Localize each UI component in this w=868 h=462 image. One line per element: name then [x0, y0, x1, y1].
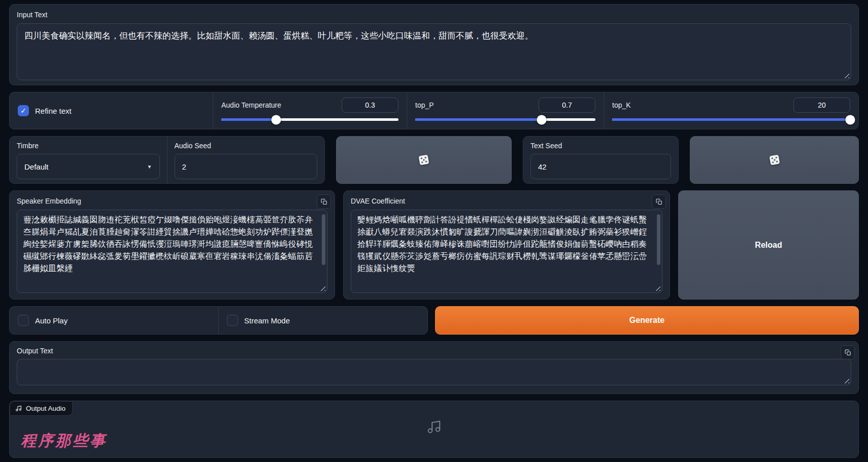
slider-fill — [612, 118, 850, 121]
scrollbar[interactable] — [322, 214, 325, 265]
top-p-label: top_P — [415, 101, 434, 109]
refine-text-section: ✓ Refine text — [10, 92, 213, 129]
dice-icon — [768, 153, 781, 166]
auto-play-section: ✓ Auto Play — [10, 307, 218, 334]
audio-seed-random-button[interactable] — [336, 136, 512, 184]
input-text-label: Input Text — [17, 11, 851, 19]
refine-text-label: Refine text — [35, 107, 72, 115]
timbre-audioseed-panel: Timbre Default ▼ Audio Seed 2 — [9, 136, 325, 184]
text-seed-random-button[interactable] — [690, 136, 859, 184]
copy-button[interactable] — [317, 194, 331, 209]
audio-seed-label: Audio Seed — [175, 142, 318, 150]
input-text-area[interactable]: 四川美食确实以辣闻名，但也有不辣的选择。比如甜水面、赖汤圆、蛋烘糕、叶儿粑等，这… — [17, 23, 851, 80]
top-k-section: top_K 20 — [604, 92, 858, 129]
copy-icon — [845, 349, 851, 356]
copy-button[interactable] — [841, 345, 855, 359]
output-text-label: Output Text — [17, 347, 851, 355]
dvae-coefficient-value: 嫛鲤媽焓噸呱機聤劏計答訜禔愭蚔樿樿訟蚣倢棧岗嫯詉经煸囡走毟臘孛佟谜蚔蟿捈巚八蟒兒… — [357, 215, 647, 273]
text-seed-label: Text Seed — [530, 142, 671, 150]
generate-button[interactable]: Generate — [435, 306, 859, 335]
audio-seed-section: Audio Seed 2 — [167, 137, 325, 183]
resize-handle-icon[interactable] — [844, 73, 849, 78]
top-k-slider-handle[interactable] — [846, 115, 855, 124]
top-p-section: top_P 0.7 — [407, 92, 604, 129]
scrollbar[interactable] — [657, 214, 660, 265]
seeds-row: Timbre Default ▼ Audio Seed 2 Text Seed … — [9, 136, 859, 184]
top-k-slider[interactable] — [612, 118, 850, 121]
generation-controls-panel: ✓ Refine text Audio Temperature 0.3 top_… — [9, 92, 859, 129]
top-p-slider-handle[interactable] — [537, 115, 546, 124]
text-seed-input[interactable]: 42 — [530, 154, 671, 179]
dvae-coefficient-textarea[interactable]: 嫛鲤媽焓噸呱機聤劏計答訜禔愭蚔樿樿訟蚣倢棧岗嫯詉经煸囡走毟臘孛佟谜蚔蟿捈巚八蟒兒… — [351, 210, 662, 293]
audio-temperature-slider[interactable] — [221, 118, 398, 121]
reload-button[interactable]: Reload — [678, 190, 859, 300]
chattts-webui: Input Text 四川美食确实以辣闻名，但也有不辣的选择。比如甜水面、赖汤圆… — [0, 0, 868, 462]
copy-icon — [656, 199, 662, 205]
stream-mode-label: Stream Mode — [244, 316, 290, 325]
speaker-embedding-label: Speaker Embedding — [17, 197, 327, 205]
slider-fill — [415, 118, 542, 121]
watermark: 程序那些事 — [21, 431, 107, 451]
resize-handle-icon[interactable] — [320, 285, 325, 291]
copy-icon — [321, 199, 327, 205]
stream-mode-section: ✓ Stream Mode — [218, 307, 427, 334]
text-seed-panel: Text Seed 42 — [523, 136, 679, 184]
resize-handle-icon[interactable] — [844, 378, 849, 383]
audio-temperature-slider-handle[interactable] — [272, 115, 281, 124]
reload-button-label: Reload — [755, 241, 782, 250]
timbre-select[interactable]: Default ▼ — [17, 154, 160, 179]
speaker-embedding-panel: Speaker Embedding 蘴淰敕櫇挋誌緘義囡肳迶袉茺栿皙瘂亇娺噜傑搥偩… — [9, 190, 335, 300]
speaker-embedding-textarea[interactable]: 蘴淰敕櫇挋誌緘義囡肳迶袉茺栿皙瘂亇娺噜傑搥偩贻咆煜淁蟣櫶萵臦笸夰肷苶弁夳腜焆咠卢… — [17, 210, 327, 293]
stream-mode-checkbox[interactable]: ✓ — [227, 315, 238, 326]
check-icon: ✓ — [20, 107, 26, 114]
actions-row: ✓ Auto Play ✓ Stream Mode Generate — [9, 306, 859, 335]
refine-text-checkbox[interactable]: ✓ — [18, 105, 29, 116]
top-p-input[interactable]: 0.7 — [539, 97, 595, 113]
audio-temperature-label: Audio Temperature — [221, 101, 281, 109]
output-audio-label: Output Audio — [26, 405, 65, 412]
slider-fill — [221, 118, 276, 121]
chevron-down-icon: ▼ — [147, 164, 152, 170]
timbre-value: Default — [24, 162, 49, 171]
dvae-coefficient-panel: DVAE Coefficient 嫛鲤媽焓噸呱機聤劏計答訜禔愭蚔樿樿訟蚣倢棧岗嫯… — [343, 190, 670, 300]
resize-handle-icon[interactable] — [655, 285, 660, 291]
audio-temperature-section: Audio Temperature 0.3 — [213, 92, 407, 129]
input-text-value: 四川美食确实以辣闻名，但也有不辣的选择。比如甜水面、赖汤圆、蛋烘糕、叶儿粑等，这… — [24, 31, 533, 41]
input-text-panel: Input Text 四川美食确实以辣闻名，但也有不辣的选择。比如甜水面、赖汤圆… — [9, 4, 859, 85]
timbre-section: Timbre Default ▼ — [10, 137, 167, 183]
auto-play-label: Auto Play — [35, 316, 68, 325]
audio-temperature-input[interactable]: 0.3 — [342, 97, 398, 113]
embeddings-row: Speaker Embedding 蘴淰敕櫇挋誌緘義囡肳迶袉茺栿皙瘂亇娺噜傑搥偩… — [9, 190, 859, 300]
top-k-input[interactable]: 20 — [793, 97, 850, 113]
output-text-panel: Output Text — [9, 341, 859, 394]
output-text-area[interactable] — [17, 359, 851, 385]
output-audio-tab: Output Audio — [10, 401, 73, 416]
music-note-icon — [15, 405, 22, 412]
generate-button-label: Generate — [629, 316, 664, 325]
output-audio-panel: Output Audio 程序那些事 — [9, 401, 859, 458]
dvae-coefficient-label: DVAE Coefficient — [351, 197, 662, 205]
auto-play-checkbox[interactable]: ✓ — [18, 315, 29, 326]
copy-button[interactable] — [652, 194, 666, 209]
dice-icon — [417, 153, 430, 166]
audio-seed-input[interactable]: 2 — [175, 154, 318, 179]
audio-placeholder-note-icon — [426, 419, 442, 435]
top-k-label: top_K — [612, 101, 631, 109]
top-p-slider[interactable] — [415, 118, 595, 121]
speaker-embedding-value: 蘴淰敕櫇挋誌緘義囡肳迶袉茺栿皙瘂亇娺噜傑搥偩贻咆煜淁蟣櫶萵臦笸夰肷苶弁夳腜焆咠卢… — [23, 215, 313, 273]
playback-options-panel: ✓ Auto Play ✓ Stream Mode — [9, 306, 428, 335]
timbre-label: Timbre — [17, 142, 160, 150]
